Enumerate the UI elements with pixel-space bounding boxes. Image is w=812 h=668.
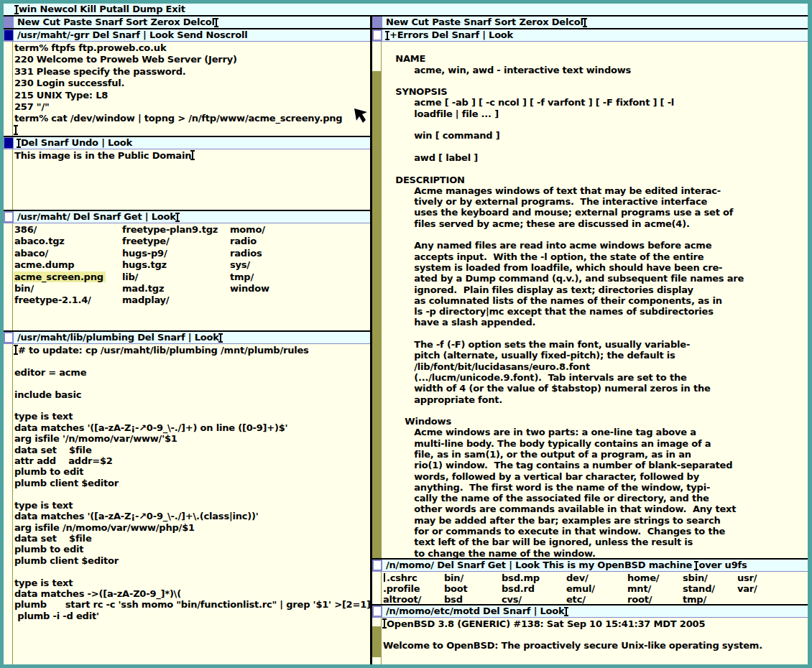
text-line[interactable]: files served by acme; these are discusse… — [383, 218, 808, 229]
scrollbar-trough[interactable] — [372, 71, 382, 558]
window-tag-text[interactable]: +Errors Del Snarf | Look — [389, 29, 513, 41]
text-line[interactable] — [383, 229, 808, 240]
text-line[interactable] — [383, 119, 808, 130]
file-item[interactable]: home/ — [627, 572, 683, 583]
text-line[interactable]: may be added after the bar; examples are… — [383, 515, 808, 526]
scrollbar[interactable] — [4, 223, 13, 330]
text-line[interactable] — [14, 125, 370, 136]
column-layout-box-icon[interactable] — [372, 17, 382, 28]
text-line[interactable]: type is text — [14, 411, 370, 422]
scrollbar[interactable] — [372, 42, 382, 558]
text-line[interactable]: (.../lucm/unicode.9.font). Tab intervals… — [383, 372, 808, 383]
note-text[interactable]: This image is in the Public Domain — [13, 149, 370, 210]
text-line[interactable]: have a slash appended. — [383, 317, 808, 328]
text-line[interactable]: acme, win, awd - interactive text window… — [383, 65, 808, 75]
window-tag[interactable]: /n/momo/etc/motd Del Snarf | Look — [372, 606, 808, 617]
text-line[interactable]: acme [ -ab ] [ -c ncol ] [ -f varfont ] … — [383, 97, 808, 108]
window-tag[interactable]: Del Snarf Undo | Look — [4, 137, 370, 149]
directory-listing[interactable]: .cshrcbin/bsd.mpdev/home/sbin/usr/.profi… — [382, 572, 808, 604]
text-line[interactable]: as columnated lists of the names of thei… — [383, 295, 808, 306]
file-item[interactable]: madplay/ — [122, 294, 230, 306]
text-line[interactable]: ated by a Dump command (q.v.), and subse… — [383, 273, 808, 284]
terminal-output-text[interactable]: term% ftpfs ftp.proweb.co.uk220 Welcome … — [13, 42, 370, 136]
file-item[interactable]: momo/ — [230, 224, 338, 236]
text-line[interactable]: text left of the bar will be ignored, un… — [383, 537, 808, 547]
window-tag-text[interactable]: /n/momo/etc/motd Del Snarf | Look — [386, 606, 565, 617]
window-tag[interactable]: /usr/maht/ Del Snarf Get | Look — [4, 211, 370, 223]
text-line[interactable]: awd [ label ] — [383, 152, 808, 163]
clean-indicator-icon[interactable] — [4, 211, 14, 223]
file-item[interactable]: .profile — [383, 583, 444, 594]
window-tag-text[interactable]: Del Snarf Undo | Look — [21, 137, 132, 149]
text-line[interactable]: system is loaded from loadfile, which sh… — [383, 262, 808, 273]
file-item[interactable]: cvs/ — [502, 594, 566, 604]
plumbing-rules-text[interactable]: # to update: cp /usr/maht/lib/plumbing /… — [13, 344, 370, 664]
text-line[interactable]: plumb to edit — [14, 466, 370, 477]
file-item[interactable]: boot — [444, 583, 502, 594]
main-tag-commands[interactable]: win Newcol Kill Putall Dump Exit — [19, 4, 185, 15]
text-line[interactable]: OpenBSD 3.8 (GENERIC) #138: Sat Sep 10 1… — [383, 618, 808, 629]
file-item[interactable]: freetype-2.1.4/ — [14, 294, 122, 306]
file-item[interactable]: acme_screen.png — [14, 272, 122, 283]
column-tag-commands[interactable]: New Cut Paste Snarf Sort Zerox Delcol — [386, 17, 583, 28]
right-column-tag[interactable]: New Cut Paste Snarf Sort Zerox Delcol — [372, 17, 808, 28]
file-item[interactable]: etc/ — [566, 594, 627, 604]
file-item[interactable]: root/ — [627, 594, 683, 604]
text-line[interactable]: pitch (alternate, usually fixed-pitch); … — [383, 350, 808, 361]
text-line[interactable]: words, followed by a vertical bar charac… — [383, 471, 808, 482]
text-line[interactable] — [383, 328, 808, 339]
text-line[interactable] — [383, 405, 808, 416]
scrollbar[interactable] — [372, 572, 382, 604]
text-line[interactable]: Acme manages windows of text that may be… — [383, 185, 808, 196]
text-line[interactable] — [383, 42, 808, 53]
text-line[interactable]: NAME — [383, 53, 808, 64]
scrollbar[interactable] — [4, 42, 13, 136]
window-tag-text[interactable]: /n/momo/ Del Snarf Get | Look This is my… — [386, 560, 695, 571]
file-item[interactable]: emul/ — [566, 583, 627, 594]
file-item[interactable]: mad.tgz — [122, 283, 230, 294]
clean-indicator-icon[interactable] — [4, 332, 14, 343]
file-item[interactable]: radios — [230, 248, 338, 259]
text-line[interactable]: /lib/font/bit/lucidasans/euro.8.font — [383, 361, 808, 372]
text-line[interactable]: 331 Please specify the password. — [14, 66, 370, 78]
file-item[interactable]: sys/ — [230, 259, 338, 271]
text-line[interactable]: win [ command ] — [383, 130, 808, 141]
text-line[interactable]: for or commands to execute in that windo… — [383, 526, 808, 537]
text-line[interactable]: Welcome to OpenBSD: The proactively secu… — [383, 640, 808, 651]
scrollbar-trough[interactable] — [372, 626, 382, 657]
text-line[interactable]: file, as in sam(1), or the output of a p… — [383, 449, 808, 460]
text-line[interactable]: term% ftpfs ftp.proweb.co.uk — [14, 42, 370, 54]
clean-indicator-icon[interactable] — [372, 29, 382, 41]
text-line[interactable] — [383, 629, 808, 640]
text-line[interactable]: # to update: cp /usr/maht/lib/plumbing /… — [14, 345, 370, 356]
text-line[interactable]: plumb to edit — [14, 544, 370, 555]
file-item[interactable]: dev/ — [566, 572, 627, 583]
text-line[interactable]: type is text — [14, 500, 370, 511]
text-line[interactable]: anything. The first word is the name of … — [383, 482, 808, 493]
text-line[interactable]: data matches '([a-zA-Z¡-↗0-9_\-./]+\.(cl… — [14, 511, 370, 521]
scrollbar[interactable] — [372, 618, 382, 664]
file-item[interactable]: freetype-plan9.tgz — [122, 224, 230, 236]
file-item[interactable]: bsd.rd — [502, 583, 566, 594]
text-line[interactable]: cally the name of the associated file or… — [383, 493, 808, 504]
window-tag-text[interactable]: /usr/maht/lib/plumbing Del Snarf | Look — [17, 332, 219, 343]
file-item[interactable]: bin/ — [14, 283, 122, 294]
clean-indicator-icon[interactable] — [372, 606, 382, 617]
text-line[interactable] — [14, 566, 370, 577]
text-line[interactable] — [14, 356, 370, 366]
motd-text[interactable]: OpenBSD 3.8 (GENERIC) #138: Sat Sep 10 1… — [382, 618, 808, 664]
text-line[interactable]: rio(1) window. The tag contains a number… — [383, 460, 808, 470]
window-tag-text-after[interactable]: over u9fs — [698, 560, 747, 571]
text-line[interactable]: arg isfile '/n/momo/var/www/'$1 — [14, 433, 370, 444]
dirty-indicator-icon[interactable] — [4, 29, 14, 41]
text-line[interactable]: plumb client $editor — [14, 555, 370, 566]
file-item[interactable]: var/ — [737, 583, 780, 594]
text-line[interactable]: other words are commands available in th… — [383, 504, 808, 514]
text-line[interactable]: plumb client $editor — [14, 478, 370, 488]
file-item[interactable]: lib/ — [122, 272, 230, 283]
text-line[interactable]: data matches '([a-zA-Z¡-↗0-9_\-./]+) on … — [14, 422, 370, 433]
text-line[interactable]: 215 UNIX Type: L8 — [14, 90, 370, 101]
file-item[interactable]: tmp/ — [683, 594, 737, 604]
window-tag[interactable]: +Errors Del Snarf | Look — [372, 29, 808, 41]
text-line[interactable]: DESCRIPTION — [383, 175, 808, 185]
